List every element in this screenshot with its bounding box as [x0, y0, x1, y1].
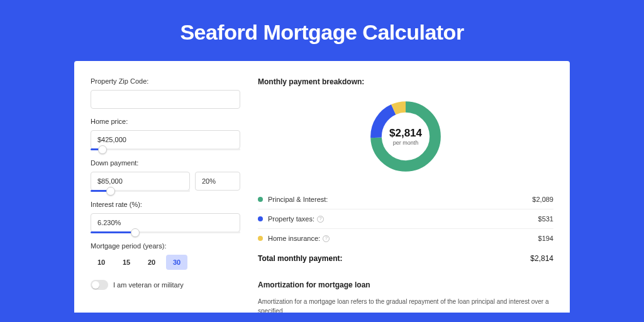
amortization-title: Amortization for mortgage loan [258, 280, 553, 289]
toggle-knob [92, 281, 99, 289]
period-button-30[interactable]: 30 [166, 255, 187, 270]
total-label: Total monthly payment: [258, 254, 530, 263]
interest-field: Interest rate (%): [91, 201, 240, 233]
period-button-15[interactable]: 15 [116, 255, 137, 270]
legend-label: Home insurance:? [268, 235, 538, 242]
down-payment-field: Down payment: [91, 159, 240, 192]
period-label: Mortgage period (years): [91, 242, 240, 250]
period-field: Mortgage period (years): 10152030 [91, 242, 240, 270]
inputs-panel: Property Zip Code: Home price: Down paym… [91, 77, 240, 313]
amortization-text: Amortization for a mortgage loan refers … [258, 297, 553, 313]
legend-label: Property taxes:? [268, 215, 538, 223]
legend-row: Home insurance:?$194 [258, 229, 553, 248]
legend-label: Principal & Interest: [268, 196, 532, 203]
veteran-row: I am veteran or military [91, 280, 240, 290]
total-amount: $2,814 [530, 254, 553, 263]
legend: Principal & Interest:$2,089Property taxe… [258, 189, 553, 248]
period-button-group: 10152030 [91, 255, 240, 270]
legend-dot [258, 236, 263, 241]
slider-thumb[interactable] [131, 228, 140, 237]
veteran-toggle[interactable] [91, 280, 108, 290]
period-button-10[interactable]: 10 [91, 255, 112, 270]
zip-input[interactable] [91, 90, 240, 109]
down-payment-input[interactable] [91, 172, 190, 191]
legend-amount: $531 [538, 215, 553, 223]
zip-field: Property Zip Code: [91, 77, 240, 109]
legend-amount: $2,089 [532, 196, 553, 203]
slider-thumb[interactable] [98, 145, 107, 154]
period-button-20[interactable]: 20 [141, 255, 162, 270]
breakdown-title: Monthly payment breakdown: [258, 77, 553, 86]
legend-amount: $194 [538, 235, 553, 242]
veteran-label: I am veteran or military [113, 281, 184, 289]
legend-dot [258, 197, 263, 202]
page-title: Seaford Mortgage Calculator [0, 0, 644, 61]
calculator-card: Property Zip Code: Home price: Down paym… [74, 61, 570, 313]
help-icon[interactable]: ? [323, 235, 330, 242]
zip-label: Property Zip Code: [91, 77, 240, 85]
down-payment-slider[interactable] [91, 190, 190, 192]
help-icon[interactable]: ? [317, 216, 324, 223]
home-price-field: Home price: [91, 118, 240, 150]
legend-dot [258, 216, 263, 221]
total-row: Total monthly payment: $2,814 [258, 248, 553, 269]
legend-row: Principal & Interest:$2,089 [258, 190, 553, 209]
interest-input[interactable] [91, 213, 240, 232]
home-price-slider[interactable] [91, 148, 240, 150]
interest-slider[interactable] [91, 231, 240, 233]
donut-chart-wrap: $2,814 per month [258, 97, 553, 175]
home-price-input[interactable] [91, 130, 240, 149]
donut-chart: $2,814 per month [367, 97, 445, 175]
svg-point-2 [376, 107, 435, 166]
home-price-label: Home price: [91, 118, 240, 125]
slider-thumb[interactable] [106, 187, 115, 196]
breakdown-panel: Monthly payment breakdown: $2,814 per mo… [258, 77, 553, 313]
down-payment-label: Down payment: [91, 159, 240, 167]
interest-label: Interest rate (%): [91, 201, 240, 208]
down-payment-pct-input[interactable] [195, 172, 240, 191]
amortization-section: Amortization for mortgage loan Amortizat… [258, 280, 553, 313]
legend-row: Property taxes:?$531 [258, 209, 553, 229]
